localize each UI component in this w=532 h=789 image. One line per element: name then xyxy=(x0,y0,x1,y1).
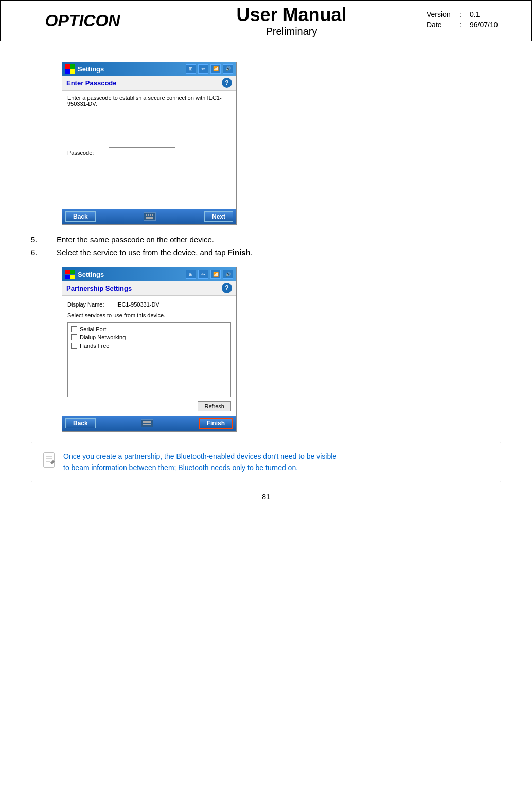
screen2-body: Display Name: IEC1-950331-DV Select serv… xyxy=(62,296,236,416)
passcode-field-row: Passcode: xyxy=(67,147,231,158)
step-6-text-after: . xyxy=(251,248,253,257)
service-3-row: Hands Free xyxy=(71,343,227,349)
windows-flag-icon xyxy=(65,64,75,74)
step-5-text: Enter the same passcode on the other dev… xyxy=(57,235,214,244)
services-label: Select services to use from this device. xyxy=(67,312,231,318)
document-title: User Manual Preliminary xyxy=(165,1,418,41)
page-number: 81 xyxy=(31,493,501,501)
date-colon: : xyxy=(459,21,468,29)
volume-icon: 🔊 xyxy=(223,64,233,74)
date-row: Date : 96/07/10 xyxy=(427,21,523,29)
bottom-bar-2: Back Finish xyxy=(62,416,236,431)
section-title-2: Partnership Settings xyxy=(66,284,132,292)
note-inner: Once you create a partnership, the Bluet… xyxy=(42,451,490,474)
page-header: OPTICON User Manual Preliminary Version … xyxy=(0,0,532,41)
logo: OPTICON xyxy=(1,1,165,41)
service-2-row: Dialup Networking xyxy=(71,334,227,340)
title-main: User Manual xyxy=(236,4,346,26)
step-5-number: 5. xyxy=(31,235,46,244)
titlebar-left-1: Settings xyxy=(65,64,104,74)
step-list: 5. Enter the same passcode on the other … xyxy=(31,235,501,257)
back-button-1[interactable]: Back xyxy=(65,211,96,222)
svg-rect-6 xyxy=(145,421,147,423)
windows-flag-icon-2 xyxy=(65,270,75,279)
next-button-1[interactable]: Next xyxy=(204,211,233,222)
signal-icon-2: 📶 xyxy=(210,270,221,279)
svg-rect-10 xyxy=(44,453,54,467)
screenshot-enter-passcode: Settings ⊞ ⇔ 📶 🔊 Enter Passcode ? Enter … xyxy=(62,62,237,225)
wince-screen-2: Settings ⊞ ⇔ 📶 🔊 Partnership Settings ? xyxy=(62,267,237,432)
display-name-value: IEC1-950331-DV xyxy=(113,300,174,309)
volume-icon-2: 🔊 xyxy=(223,270,233,279)
titlebar-1: Settings ⊞ ⇔ 📶 🔊 xyxy=(62,62,236,76)
svg-rect-9 xyxy=(143,424,151,425)
service-1-checkbox[interactable] xyxy=(71,326,77,332)
svg-rect-1 xyxy=(148,214,149,216)
titlebar-2: Settings ⊞ ⇔ 📶 🔊 xyxy=(62,267,236,281)
keyboard-icon-1 xyxy=(144,212,156,221)
passcode-input[interactable] xyxy=(109,147,175,158)
step-6-number: 6. xyxy=(31,248,46,257)
screenshot-partnership: Settings ⊞ ⇔ 📶 🔊 Partnership Settings ? xyxy=(62,267,237,432)
help-button-2[interactable]: ? xyxy=(222,283,232,293)
service-3-checkbox[interactable] xyxy=(71,343,77,349)
help-button-1[interactable]: ? xyxy=(222,78,232,88)
connection-icon-2: ⇔ xyxy=(198,270,208,279)
note-line-2: to beam information between them; Blueto… xyxy=(63,463,298,472)
service-2-label: Dialup Networking xyxy=(80,334,126,340)
section-title-1: Enter Passcode xyxy=(66,79,117,87)
note-icon xyxy=(42,452,56,471)
section-header-2: Partnership Settings ? xyxy=(62,281,236,296)
screen1-body: Enter a passcode to establish a secure c… xyxy=(62,91,236,209)
svg-rect-3 xyxy=(152,214,153,216)
wince-screen-1: Settings ⊞ ⇔ 📶 🔊 Enter Passcode ? Enter … xyxy=(62,62,237,225)
titlebar-icons-2: ⊞ ⇔ 📶 🔊 xyxy=(186,270,233,279)
svg-rect-4 xyxy=(146,217,153,219)
section-header-1: Enter Passcode ? xyxy=(62,76,236,91)
version-label: Version xyxy=(427,10,457,19)
screen1-description: Enter a passcode to establish a secure c… xyxy=(67,95,231,107)
passcode-label: Passcode: xyxy=(67,150,103,156)
keyboard-icon-2 xyxy=(141,419,153,427)
refresh-button[interactable]: Refresh xyxy=(198,401,231,411)
signal-icon: 📶 xyxy=(210,64,221,74)
service-1-label: Serial Port xyxy=(80,326,106,332)
svg-rect-5 xyxy=(143,421,145,423)
page-content: Settings ⊞ ⇔ 📶 🔊 Enter Passcode ? Enter … xyxy=(0,41,532,514)
note-line-1: Once you create a partnership, the Bluet… xyxy=(63,452,336,460)
titlebar-label-2: Settings xyxy=(78,271,104,278)
network-icon: ⊞ xyxy=(186,64,196,74)
step-6-text: Select the service to use from the devic… xyxy=(57,248,253,257)
display-name-row: Display Name: IEC1-950331-DV xyxy=(67,300,231,309)
titlebar-icons-1: ⊞ ⇔ 📶 🔊 xyxy=(186,64,233,74)
display-name-label: Display Name: xyxy=(67,301,109,308)
note-box: Once you create a partnership, the Bluet… xyxy=(31,442,501,482)
version-value: 0.1 xyxy=(470,10,480,19)
version-colon: : xyxy=(459,10,468,19)
svg-rect-8 xyxy=(149,421,151,423)
date-value: 96/07/10 xyxy=(470,21,498,29)
step-6-text-before: Select the service to use from the devic… xyxy=(57,248,228,257)
svg-rect-7 xyxy=(147,421,149,423)
svg-rect-2 xyxy=(150,214,151,216)
bottom-bar-1: Back Next xyxy=(62,209,236,224)
services-list-box: Serial Port Dialup Networking Hands Free xyxy=(67,322,231,397)
titlebar-left-2: Settings xyxy=(65,270,104,279)
date-label: Date xyxy=(427,21,457,29)
connection-icon: ⇔ xyxy=(198,64,208,74)
service-1-row: Serial Port xyxy=(71,326,227,332)
back-button-2[interactable]: Back xyxy=(65,418,96,428)
titlebar-label-1: Settings xyxy=(78,65,104,73)
service-3-label: Hands Free xyxy=(80,343,109,349)
step-6-bold: Finish xyxy=(228,248,251,257)
title-sub: Preliminary xyxy=(265,26,317,38)
service-2-checkbox[interactable] xyxy=(71,334,77,340)
network-icon-2: ⊞ xyxy=(186,270,196,279)
step-6: 6. Select the service to use from the de… xyxy=(31,248,501,257)
version-row: Version : 0.1 xyxy=(427,10,523,19)
header-meta: Version : 0.1 Date : 96/07/10 xyxy=(418,1,531,41)
finish-button[interactable]: Finish xyxy=(199,418,233,429)
note-text: Once you create a partnership, the Bluet… xyxy=(63,451,336,474)
svg-rect-0 xyxy=(146,214,147,216)
step-5: 5. Enter the same passcode on the other … xyxy=(31,235,501,244)
